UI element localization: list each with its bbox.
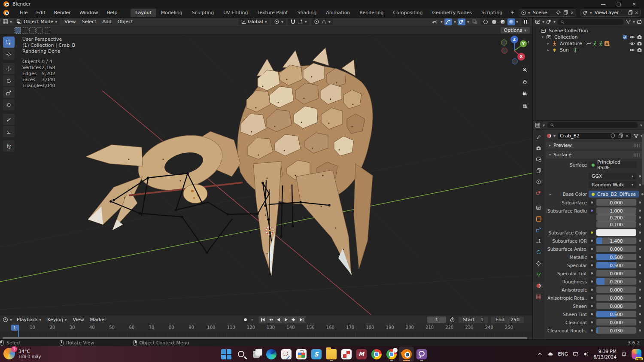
material-filter-icon[interactable] bbox=[633, 133, 639, 139]
chrome[interactable] bbox=[369, 347, 384, 362]
surface-shader-button[interactable]: Principled BSDF bbox=[589, 161, 636, 168]
search[interactable] bbox=[234, 347, 249, 362]
new-collection-icon[interactable] bbox=[637, 19, 642, 24]
taskview[interactable] bbox=[249, 347, 264, 362]
minimize-button[interactable]: — bbox=[597, 1, 610, 7]
value-slider[interactable]: 0.500 bbox=[596, 254, 636, 260]
value-slider[interactable]: 1.400 bbox=[596, 237, 636, 244]
transport-button[interactable] bbox=[259, 316, 267, 323]
filter-icon[interactable] bbox=[626, 19, 631, 24]
value-slider[interactable]: 0.000 bbox=[596, 303, 636, 309]
decouple-toggle[interactable] bbox=[589, 254, 595, 260]
cam-icon[interactable] bbox=[637, 34, 642, 40]
animate-dot[interactable] bbox=[639, 313, 641, 315]
animate-dot[interactable] bbox=[639, 223, 641, 225]
animate-dot[interactable] bbox=[639, 329, 641, 332]
workspace-tab[interactable]: Rendering bbox=[355, 9, 388, 17]
transport-button[interactable] bbox=[275, 316, 282, 323]
timeline-ruler[interactable]: 1020304050607080901001101201301401501601… bbox=[0, 324, 532, 332]
animate-dot[interactable] bbox=[639, 216, 641, 219]
pause-render-button[interactable] bbox=[521, 18, 530, 25]
animate-dot[interactable] bbox=[639, 210, 641, 212]
use-preview-range-icon[interactable] bbox=[450, 317, 455, 322]
workspace-tab[interactable]: Layout bbox=[131, 9, 156, 17]
scene-selector[interactable]: ▾ Scene × bbox=[519, 9, 576, 17]
timeline-menu-item[interactable]: Marker bbox=[87, 316, 109, 323]
move-tool[interactable] bbox=[3, 63, 15, 74]
properties-scrollbar[interactable] bbox=[642, 134, 644, 185]
show-gizmo-button[interactable] bbox=[444, 18, 452, 25]
gizmo-x-axis[interactable]: X bbox=[517, 53, 525, 61]
tab-collection[interactable] bbox=[533, 204, 544, 212]
workspace-tab[interactable]: Compositing bbox=[389, 9, 428, 17]
transport-button[interactable] bbox=[290, 316, 298, 323]
tab-object[interactable] bbox=[533, 215, 544, 223]
decouple-toggle[interactable] bbox=[589, 271, 595, 277]
transport-button[interactable] bbox=[298, 316, 305, 323]
tab-viewlayer[interactable] bbox=[533, 167, 544, 175]
material-name-field[interactable]: Crab_B2 × bbox=[557, 132, 632, 140]
toggle-xray-button[interactable] bbox=[471, 18, 479, 25]
properties-editor-icon[interactable] bbox=[535, 122, 541, 128]
transport-button[interactable] bbox=[267, 316, 274, 323]
clock-widget[interactable]: 9:39 PM 6/13/2024 bbox=[593, 349, 617, 360]
playhead[interactable] bbox=[18, 325, 19, 337]
timeline-track[interactable] bbox=[0, 332, 532, 337]
maximize-button[interactable]: ▢ bbox=[612, 1, 625, 7]
gizmo-z-axis[interactable]: Z bbox=[510, 36, 518, 43]
camera-view-icon[interactable] bbox=[520, 89, 529, 98]
rotate-tool[interactable] bbox=[3, 75, 15, 86]
workspace-tab[interactable]: UV Editing bbox=[219, 9, 252, 17]
orientation-dropdown[interactable]: Global▾ bbox=[238, 18, 270, 25]
annotate-tool[interactable] bbox=[3, 114, 15, 125]
menu-item[interactable]: File bbox=[16, 9, 31, 16]
select-box-tool[interactable] bbox=[3, 37, 15, 48]
store[interactable] bbox=[294, 347, 309, 362]
tab-world[interactable] bbox=[533, 189, 544, 197]
workspace-tab[interactable]: Texture Paint bbox=[253, 9, 293, 17]
animate-dot[interactable] bbox=[639, 297, 641, 299]
decouple-toggle[interactable] bbox=[589, 319, 595, 325]
viewport-menu-item[interactable]: Add bbox=[99, 18, 114, 25]
viewlayer-selector[interactable]: ▾ ViewLayer × bbox=[580, 9, 641, 17]
expander-icon[interactable]: ▸ bbox=[546, 48, 550, 52]
frame-start-field[interactable]: Start1 bbox=[459, 316, 488, 323]
value-slider[interactable]: 0.500 bbox=[596, 262, 636, 268]
auto-keying-record-button[interactable] bbox=[242, 316, 249, 323]
workspace-tab[interactable]: Modeling bbox=[156, 9, 187, 17]
material-preview-button[interactable] bbox=[499, 18, 507, 25]
tab-material[interactable] bbox=[533, 282, 544, 290]
pan-hand-icon[interactable] bbox=[520, 77, 529, 86]
select-subtract-mode[interactable] bbox=[29, 27, 36, 33]
current-frame-field[interactable]: 1 bbox=[427, 316, 446, 323]
orthographic-toggle-icon[interactable] bbox=[520, 101, 529, 110]
decouple-toggle[interactable] bbox=[589, 303, 595, 309]
measure-tool[interactable] bbox=[3, 126, 15, 137]
outliner-filter-mode-icon[interactable] bbox=[546, 19, 552, 24]
mword[interactable] bbox=[354, 347, 369, 362]
proportional-editing[interactable]: ▾ bbox=[311, 18, 333, 25]
region-collapse-icon[interactable]: ‹ bbox=[527, 39, 529, 45]
value-slider[interactable]: 0.000 bbox=[596, 246, 636, 252]
onedrive-cloud-icon[interactable] bbox=[547, 351, 553, 357]
select-set-mode[interactable] bbox=[15, 27, 21, 33]
animate-dot[interactable] bbox=[639, 289, 641, 291]
properties-options-icon[interactable]: ▾ bbox=[640, 123, 642, 128]
skype[interactable] bbox=[309, 347, 324, 362]
outliner-item[interactable]: ▸ Sun bbox=[533, 47, 644, 53]
animate-dot[interactable] bbox=[639, 231, 641, 234]
animate-dot[interactable] bbox=[641, 193, 644, 195]
animate-dot[interactable] bbox=[639, 184, 641, 186]
outliner-search-input[interactable] bbox=[557, 19, 624, 25]
current-frame-badge[interactable]: 1 bbox=[11, 325, 18, 331]
copy-viewlayer-icon[interactable] bbox=[628, 10, 633, 15]
eye-icon[interactable] bbox=[629, 41, 635, 46]
decouple-toggle[interactable] bbox=[589, 238, 595, 244]
options-button[interactable]: Options▾ bbox=[501, 27, 530, 33]
decouple-toggle[interactable] bbox=[589, 262, 595, 268]
remove-viewlayer-icon[interactable]: × bbox=[635, 10, 638, 15]
cast-icon[interactable] bbox=[573, 351, 578, 357]
gizmo-neg-x-axis[interactable] bbox=[501, 48, 507, 54]
animate-dot[interactable] bbox=[639, 248, 641, 250]
tab-render[interactable] bbox=[533, 144, 544, 152]
